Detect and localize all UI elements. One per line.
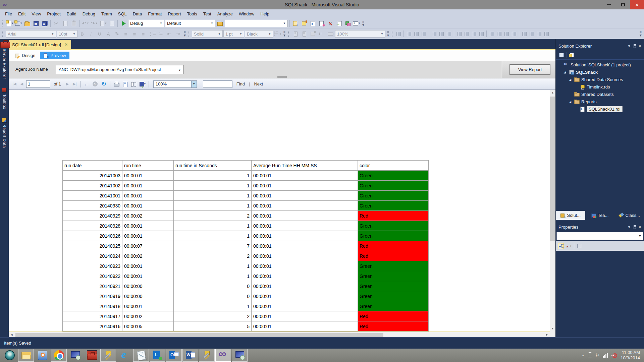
menu-help[interactable]: Help: [257, 9, 272, 18]
decrease-vertical-spacing-icon[interactable]: [536, 31, 542, 37]
remove-vertical-spacing-icon[interactable]: [543, 31, 550, 37]
toolbar-grip[interactable]: [189, 31, 190, 37]
notepad[interactable]: [133, 349, 149, 362]
align-lefts-icon[interactable]: [395, 31, 402, 37]
menu-debug[interactable]: Debug: [79, 9, 98, 18]
categorized-icon[interactable]: [558, 243, 564, 249]
size-to-grid-icon[interactable]: [478, 31, 485, 37]
find-in-files-icon[interactable]: [216, 19, 224, 27]
expander-icon[interactable]: ◢: [569, 100, 573, 103]
window-position-icon[interactable]: ▼: [628, 225, 631, 229]
toolbar-overflow-icon[interactable]: =▼: [639, 31, 643, 37]
undo-button[interactable]: ↶▼: [82, 19, 90, 27]
properties-object-combo[interactable]: ▼: [556, 232, 643, 240]
scroll-left-icon[interactable]: ◀: [9, 333, 14, 336]
window-position-icon[interactable]: ▼: [628, 44, 631, 48]
menu-format[interactable]: Format: [145, 9, 165, 18]
navigate-forward-button[interactable]: [108, 19, 116, 27]
class-view-panel-tab[interactable]: Class...: [614, 211, 644, 220]
property-pages-icon[interactable]: [576, 243, 582, 249]
find-button[interactable]: Find: [234, 81, 248, 86]
solution-explorer-icon[interactable]: [291, 19, 300, 27]
tab-design[interactable]: Design: [11, 52, 39, 59]
solution-explorer-panel-tab[interactable]: Solut...: [556, 211, 585, 220]
toolbar-grip[interactable]: [2, 31, 4, 37]
properties-window-icon[interactable]: [300, 19, 308, 27]
horizontal-scrollbar[interactable]: ◀ ▶: [9, 331, 550, 337]
print-preview-icon[interactable]: [300, 30, 308, 38]
shared-datasets-folder[interactable]: ◢ Shared Datasets: [556, 90, 644, 98]
file-explorer[interactable]: [18, 349, 34, 362]
remove-horizontal-spacing-icon[interactable]: [511, 31, 517, 37]
zoom-combo[interactable]: 100%▼: [335, 30, 385, 38]
increase-vertical-spacing-icon[interactable]: [528, 31, 535, 37]
align-tops-icon[interactable]: [431, 31, 437, 37]
error-list-icon[interactable]: [318, 19, 326, 27]
project-node[interactable]: ◢ SQLShack: [556, 68, 644, 76]
vertical-scroll-thumb[interactable]: [550, 97, 555, 241]
toolbox-tab[interactable]: Toolbox: [2, 88, 7, 109]
menu-build[interactable]: Build: [64, 9, 79, 18]
toolbox-icon[interactable]: [326, 19, 334, 27]
word[interactable]: [182, 349, 198, 362]
find-next-button[interactable]: Next: [251, 81, 266, 86]
menu-window[interactable]: Window: [236, 9, 257, 18]
scroll-down-icon[interactable]: ▼: [550, 326, 555, 331]
align-vertical-icon[interactable]: [438, 31, 445, 37]
start-button[interactable]: [2, 349, 17, 362]
border-width-combo[interactable]: 1 pt▼: [223, 30, 244, 38]
auto-hide-pin-icon[interactable]: [634, 44, 636, 48]
view-report-button[interactable]: View Report: [509, 64, 550, 75]
menu-report[interactable]: Report: [165, 9, 184, 18]
auto-hide-pin-icon[interactable]: [634, 225, 636, 229]
expander-icon[interactable]: ◢: [564, 71, 567, 74]
extension-manager-icon[interactable]: [335, 19, 343, 27]
visual-studio[interactable]: [215, 349, 231, 362]
action-center-flag-icon[interactable]: ⚐: [595, 353, 600, 358]
network-signal-icon[interactable]: [603, 353, 608, 358]
report-data-tab[interactable]: Report Data: [2, 118, 7, 148]
solution-configuration-combo[interactable]: Debug▼: [128, 20, 164, 27]
align-rights-icon[interactable]: [420, 31, 427, 37]
vertical-scrollbar[interactable]: ▲ ▼: [550, 90, 555, 331]
font-color-icon[interactable]: A: [104, 30, 112, 38]
start-page-icon[interactable]: [344, 19, 352, 27]
next-page-icon[interactable]: ▶: [64, 82, 70, 86]
ruler-icon[interactable]: [326, 30, 334, 38]
tab-preview[interactable]: Preview: [40, 52, 69, 59]
toolbar-overflow-icon[interactable]: =▼: [183, 31, 187, 37]
search-combo[interactable]: ▼: [225, 20, 288, 27]
menu-data[interactable]: Data: [130, 9, 145, 18]
tray-expand-icon[interactable]: ▲: [582, 354, 585, 357]
bullet-list-icon[interactable]: ∶≡: [157, 30, 165, 38]
start-debug-button[interactable]: [119, 19, 127, 27]
vertical-spacing-icon[interactable]: [521, 31, 528, 37]
increase-indent-icon[interactable]: ⇥: [174, 30, 182, 38]
alphabetical-sort-icon[interactable]: [566, 243, 572, 249]
collapse-all-icon[interactable]: [558, 52, 565, 58]
volume-muted-icon[interactable]: [611, 353, 617, 358]
viewer-zoom-combo[interactable]: 100% ▼: [153, 80, 197, 88]
make-same-size-icon[interactable]: [471, 31, 477, 37]
sql-data-tools-2[interactable]: [199, 349, 215, 362]
refresh-icon[interactable]: [100, 80, 108, 88]
minimize-button[interactable]: [602, 0, 616, 9]
report-properties-icon[interactable]: [309, 30, 317, 38]
align-bottoms-icon[interactable]: [445, 31, 452, 37]
redo-button[interactable]: ↷▼: [90, 19, 98, 27]
toolbar-overflow-icon[interactable]: =▼: [282, 31, 286, 37]
team-explorer-panel-tab[interactable]: Tea...: [585, 211, 615, 220]
menu-analyze[interactable]: Analyze: [214, 9, 236, 18]
stop-rendering-icon[interactable]: [92, 80, 99, 88]
decrease-indent-icon[interactable]: ⇤: [165, 30, 173, 38]
first-page-icon[interactable]: |◀: [11, 82, 17, 86]
expression-icon[interactable]: [318, 30, 326, 38]
font-name-combo[interactable]: Arial▼: [6, 30, 56, 38]
timelinx-rds-node[interactable]: ◢ Timelinx.rds: [556, 83, 644, 90]
menu-tools[interactable]: Tools: [184, 9, 200, 18]
align-middles-icon[interactable]: [413, 31, 420, 37]
copy-icon[interactable]: [61, 19, 69, 27]
internet-explorer[interactable]: [117, 349, 132, 362]
print-icon[interactable]: [113, 80, 120, 88]
paste-icon[interactable]: [70, 19, 78, 27]
